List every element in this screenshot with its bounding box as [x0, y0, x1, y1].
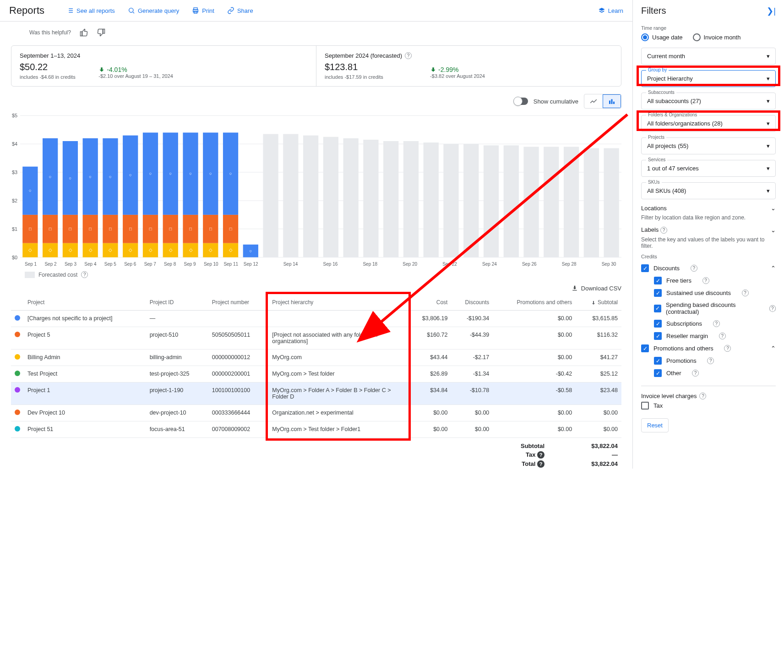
col-0[interactable] [11, 295, 24, 311]
svg-rect-101 [523, 147, 539, 257]
sustained-check[interactable]: ✓Sustained use discounts ? [654, 287, 776, 299]
reseller-check[interactable]: ✓Reseller margin ? [654, 330, 776, 342]
spending-check[interactable]: ✓Spending based discounts (contractual)? [654, 299, 776, 317]
cumulative-toggle[interactable] [514, 98, 528, 105]
table-row[interactable]: [Charges not specific to a project] — $3… [11, 311, 621, 327]
help-icon[interactable]: ? [702, 277, 709, 284]
svg-rect-100 [504, 145, 519, 257]
svg-rect-103 [564, 147, 579, 257]
group-by-select[interactable]: Group byProject Hierarchy▾ [641, 70, 776, 87]
col-5[interactable]: Cost [408, 295, 452, 311]
col-4[interactable]: Project hierarchy [268, 295, 408, 311]
help-icon[interactable]: ? [691, 265, 697, 272]
svg-text:◇: ◇ [169, 247, 172, 252]
see-all-reports-link[interactable]: See all reports [66, 7, 115, 14]
col-6[interactable]: Discounts [451, 295, 493, 311]
line-chart-icon[interactable] [584, 94, 603, 108]
help-icon[interactable]: ? [724, 345, 731, 352]
summary-card-0: September 1–13, 2024 $50.22 includes -$4… [11, 46, 316, 86]
svg-rect-97 [443, 144, 458, 257]
help-icon[interactable]: ? [719, 333, 726, 339]
legend-swatch [25, 272, 35, 278]
collapse-panel-icon[interactable]: ❯| [767, 6, 776, 16]
time-range-select[interactable]: Current month▾ [641, 48, 776, 65]
col-2[interactable]: Project ID [146, 295, 208, 311]
svg-text:○: ○ [89, 174, 92, 179]
svg-rect-99 [484, 145, 499, 257]
svg-rect-93 [363, 140, 378, 257]
bar-chart-icon[interactable] [603, 94, 621, 108]
share-link[interactable]: Share [227, 7, 253, 14]
svg-rect-105 [604, 148, 619, 257]
chevron-up-icon[interactable]: ⌃ [771, 345, 776, 352]
col-8[interactable]: Subtotal [576, 295, 621, 311]
tax-check[interactable]: ✓Tax [641, 399, 776, 412]
chart: $5$4$3$2$1$0 ◇□○◇□○◇□○◇□○◇□○◇□○◇□○◇□○◇□○… [20, 113, 621, 260]
help-icon[interactable]: ? [692, 370, 699, 377]
invoice-month-radio[interactable]: Invoice month [693, 33, 741, 41]
svg-text:◇: ◇ [28, 247, 32, 252]
svg-text:□: □ [229, 226, 232, 231]
svg-text:○: ○ [29, 188, 32, 193]
discounts-check[interactable]: ✓Discounts ?⌃ [641, 262, 776, 274]
other-check[interactable]: ✓Other ? [654, 367, 776, 379]
summary-card-1: September 2024 (forecasted) ? $123.81 in… [316, 46, 621, 86]
series-dot [15, 332, 20, 337]
generate-query-link[interactable]: Generate query [128, 7, 179, 14]
svg-point-6 [129, 8, 133, 12]
free-tiers-check[interactable]: ✓Free tiers ? [654, 274, 776, 287]
thumbs-down-icon[interactable] [97, 28, 106, 37]
services-select[interactable]: Services1 out of 47 services▾ [641, 160, 776, 177]
table-row[interactable]: Project 51 focus-area-51 007008009002 My… [11, 421, 621, 438]
help-icon[interactable]: ? [537, 460, 544, 468]
top-header: Reports See all reports Generate query P… [0, 0, 632, 22]
svg-text:○: ○ [149, 171, 152, 176]
subscriptions-check[interactable]: ✓Subscriptions ? [654, 317, 776, 330]
help-icon[interactable]: ? [537, 451, 544, 459]
download-csv-link[interactable]: Download CSV [11, 284, 621, 292]
help-icon[interactable]: ? [713, 320, 720, 327]
help-icon[interactable]: ? [769, 305, 776, 312]
help-icon[interactable]: ? [699, 393, 706, 399]
svg-text:◇: ◇ [89, 247, 92, 252]
table-row[interactable]: Project 1 project-1-190 100100100100 MyO… [11, 382, 621, 405]
svg-text:◇: ◇ [109, 247, 112, 252]
promos-check[interactable]: ✓Promotions and others ?⌃ [641, 342, 776, 355]
print-link[interactable]: Print [192, 7, 214, 14]
svg-text:◇: ◇ [69, 247, 72, 252]
subaccounts-select[interactable]: SubaccountsAll subaccounts (27)▾ [641, 93, 776, 109]
help-icon[interactable]: ? [81, 271, 88, 278]
locations-heading[interactable]: Locations⌄ [641, 205, 776, 212]
chart-x-axis: Sep 1Sep 2Sep 3Sep 4Sep 5Sep 6Sep 7Sep 8… [25, 262, 621, 267]
col-3[interactable]: Project number [208, 295, 269, 311]
col-7[interactable]: Promotions and others [493, 295, 576, 311]
reset-button[interactable]: Reset [641, 418, 669, 432]
projects-select[interactable]: ProjectsAll projects (55)▾ [641, 137, 776, 154]
help-icon[interactable]: ? [707, 357, 714, 364]
chart-legend: Forecasted cost ? [25, 271, 621, 278]
help-icon[interactable]: ? [660, 227, 667, 234]
help-icon[interactable]: ? [742, 290, 749, 296]
thumbs-up-icon[interactable] [79, 28, 88, 37]
time-range-label: Time range [641, 25, 776, 31]
table-row[interactable]: Billing Admin billing-admin 000000000012… [11, 350, 621, 366]
svg-rect-91 [323, 137, 338, 257]
chevron-down-icon: ▾ [767, 165, 770, 172]
totals: Subtotal$3,822.04Tax ?—Total ?$3,822.04 [11, 442, 621, 469]
promotions-check[interactable]: ✓Promotions ? [654, 355, 776, 367]
svg-rect-96 [424, 142, 439, 257]
table-row[interactable]: Dev Project 10 dev-project-10 0003336664… [11, 405, 621, 421]
col-1[interactable]: Project [24, 295, 146, 311]
svg-text:○: ○ [169, 171, 172, 176]
table-row[interactable]: Test Project test-project-325 0000002000… [11, 366, 621, 382]
learn-link[interactable]: Learn [598, 7, 623, 14]
skus-select[interactable]: SKUsAll SKUs (408)▾ [641, 182, 776, 199]
usage-date-radio[interactable]: Usage date [641, 33, 683, 41]
folders-select[interactable]: Folders & OrganizationsAll folders/organ… [641, 115, 776, 132]
chevron-up-icon[interactable]: ⌃ [771, 265, 776, 272]
helpful-prompt: Was this helpful? [11, 22, 621, 44]
help-icon[interactable]: ? [405, 52, 412, 59]
labels-heading[interactable]: Labels ?⌄ [641, 226, 776, 234]
table-row[interactable]: Project 5 project-510 505050505011 [Proj… [11, 327, 621, 350]
chart-controls: Show cumulative [11, 94, 621, 109]
